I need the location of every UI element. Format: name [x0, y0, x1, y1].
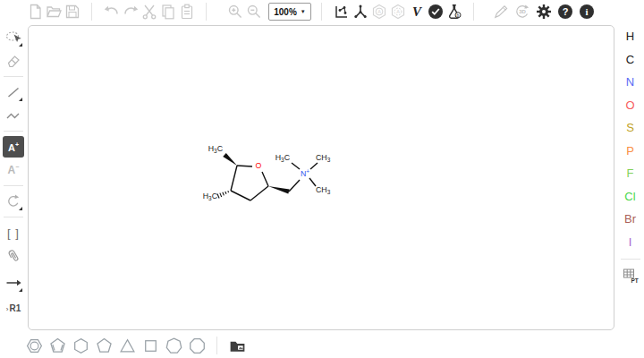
bond-single[interactable] — [237, 166, 252, 166]
element-button-Cl[interactable]: Cl — [619, 185, 642, 209]
cyclopentane-icon — [95, 337, 114, 355]
element-button-H[interactable]: H — [619, 25, 642, 48]
divider — [4, 217, 23, 217]
cut-button[interactable] — [140, 2, 158, 21]
atom-label[interactable]: CH3 — [316, 153, 331, 163]
undo-button[interactable] — [102, 2, 121, 21]
top-toolbar: 100% ▼ A A V b 3 — [0, 0, 644, 23]
3d-viewer-button[interactable]: 3D — [513, 2, 531, 21]
zoom-out-icon — [245, 3, 263, 21]
bond-hash[interactable] — [217, 193, 219, 198]
select-lasso-button[interactable] — [3, 27, 24, 48]
element-button-F[interactable]: F — [619, 162, 642, 185]
template-cycloheptane-button[interactable] — [163, 335, 184, 356]
atom-label[interactable]: H3C — [203, 192, 218, 201]
bond-wedge[interactable] — [268, 186, 290, 194]
sgroup-brackets-button[interactable]: [ ] — [3, 222, 24, 243]
help-button[interactable]: ? — [555, 2, 574, 21]
element-button-P[interactable]: P — [619, 140, 642, 163]
new-document-icon — [26, 3, 44, 21]
calculate-cip-button[interactable]: V — [407, 2, 426, 21]
cyclooctane-icon — [188, 337, 207, 355]
bond-single[interactable] — [292, 163, 300, 169]
bond-hash[interactable] — [225, 192, 226, 194]
charge-minus-button[interactable]: A− — [3, 159, 24, 181]
bond-single[interactable] — [262, 172, 268, 186]
dearomatize-icon: A — [389, 3, 407, 21]
zoom-level-select[interactable]: 100% ▼ — [268, 3, 311, 21]
check-structure-button[interactable] — [426, 2, 445, 21]
chemistry-group: A A V b — [332, 2, 463, 21]
template-cyclopentadiene-button[interactable] — [47, 335, 68, 356]
atom-label[interactable]: CH3 — [316, 185, 331, 195]
template-cyclopropane-button[interactable] — [116, 335, 138, 356]
attach-button[interactable] — [3, 245, 24, 267]
drawing-canvas[interactable]: H3CH3CON+H3CCH3CH3 — [28, 25, 614, 330]
divider — [4, 185, 23, 186]
molecule-structure[interactable]: H3CH3CON+H3CCH3CH3 — [29, 26, 614, 329]
element-button-O[interactable]: O — [619, 94, 642, 117]
about-button[interactable]: i — [577, 2, 596, 21]
element-button-Br[interactable]: Br — [619, 208, 642, 231]
system-group: 3D ? i — [491, 2, 596, 21]
atom-label[interactable]: H3C — [275, 153, 291, 163]
atom-label[interactable]: O — [256, 161, 262, 170]
clean-up-button[interactable] — [351, 2, 369, 21]
dearomatize-button[interactable]: A — [388, 2, 407, 21]
copy-button[interactable] — [158, 2, 177, 21]
template-cyclopentane-button[interactable] — [93, 335, 114, 356]
atom-label[interactable]: H3C — [208, 144, 224, 154]
template-cyclohexane-button[interactable] — [70, 335, 91, 356]
paperclip-icon — [4, 247, 22, 265]
recognize-button[interactable] — [491, 2, 510, 21]
bond-single[interactable] — [250, 186, 268, 200]
single-bond-button[interactable] — [3, 81, 24, 103]
save-button[interactable] — [63, 2, 81, 21]
undo-icon — [103, 3, 121, 21]
chevron-down-icon: ▼ — [301, 9, 306, 14]
aromatize-button[interactable]: A — [369, 2, 388, 21]
open-button[interactable] — [44, 2, 63, 21]
divider — [4, 76, 23, 77]
atom-label[interactable]: N+ — [301, 168, 309, 178]
atom-palette: H C N O S P F Cl Br I PT — [616, 23, 644, 286]
zoom-in-button[interactable] — [225, 2, 244, 21]
template-benzene-button[interactable] — [23, 335, 45, 356]
r-group-button[interactable]: ›R1 — [3, 297, 24, 319]
template-cyclobutane-button[interactable] — [140, 335, 161, 356]
chain-icon — [4, 107, 22, 124]
bond-single[interactable] — [310, 163, 318, 169]
rotate-button[interactable] — [3, 191, 24, 212]
periodic-table-button[interactable]: PT — [620, 265, 641, 286]
bond-single[interactable] — [231, 166, 237, 191]
layout-button[interactable] — [332, 2, 351, 21]
erase-button[interactable] — [3, 50, 24, 72]
bond-single[interactable] — [309, 178, 316, 186]
element-button-C[interactable]: C — [619, 48, 642, 72]
charge-plus-button[interactable]: A+ — [3, 136, 24, 158]
reaction-arrow-button[interactable] — [3, 272, 24, 294]
paste-button[interactable] — [177, 2, 196, 21]
bond-hash[interactable] — [220, 193, 222, 197]
element-button-N[interactable]: N — [619, 71, 642, 94]
element-button-S[interactable]: S — [619, 116, 642, 140]
zoom-level-value: 100% — [274, 7, 297, 17]
settings-button[interactable] — [534, 2, 553, 21]
redo-button[interactable] — [121, 2, 140, 21]
bond-wedge[interactable] — [223, 153, 237, 166]
bond-single[interactable] — [289, 180, 300, 192]
template-library-button[interactable] — [226, 335, 248, 356]
chain-button[interactable] — [3, 105, 24, 126]
bond-hash[interactable] — [228, 191, 229, 192]
zoom-out-button[interactable] — [244, 2, 263, 21]
new-document-button[interactable] — [25, 2, 44, 21]
zoom-group: 100% ▼ — [225, 2, 311, 21]
flask-icon: b — [445, 3, 463, 21]
template-cyclooctane-button[interactable] — [186, 335, 208, 356]
element-button-I[interactable]: I — [619, 231, 642, 254]
calculated-values-button[interactable]: b — [445, 2, 463, 21]
eraser-icon — [4, 52, 22, 70]
layout-icon — [333, 3, 351, 21]
bond-single[interactable] — [231, 191, 250, 200]
bond-hash[interactable] — [223, 192, 225, 196]
